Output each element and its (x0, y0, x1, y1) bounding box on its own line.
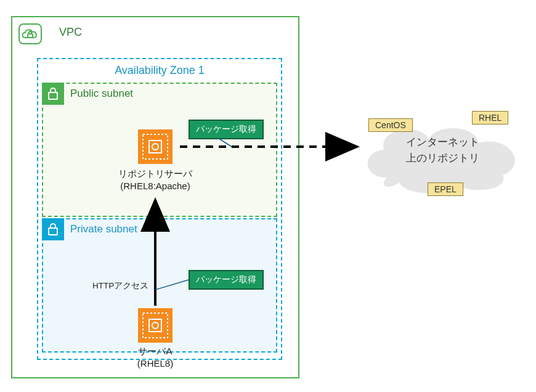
arrows-layer (0, 0, 536, 392)
callout-connector-upper (218, 138, 232, 147)
callout-connector-lower (155, 280, 189, 290)
